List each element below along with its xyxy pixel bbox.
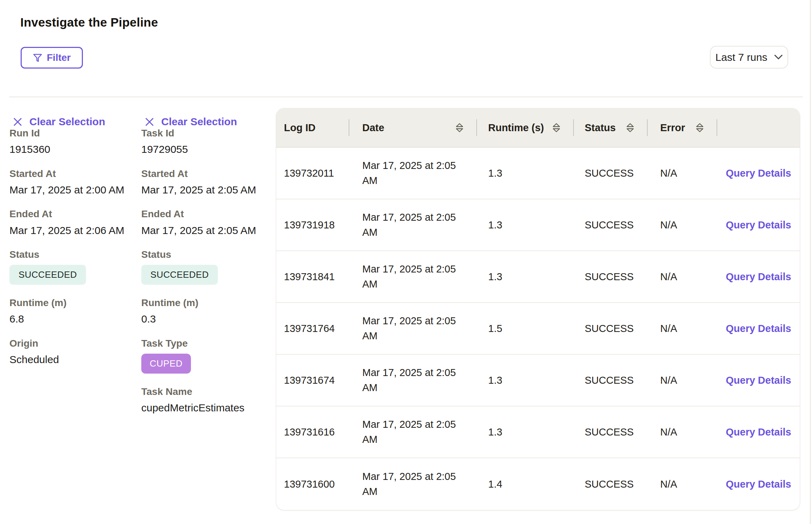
header-divider	[9, 97, 803, 97]
table-row: 139731616 Mar 17, 2025 at 2:05 AM 1.3 SU…	[276, 406, 800, 458]
runtime-cell: 1.3	[477, 251, 574, 302]
task-name-field: Task Name cupedMetricEstimates	[141, 386, 274, 414]
task-detail-panel: Clear Selection Task Id 19729055 Started…	[141, 116, 274, 427]
field-label: Status	[141, 249, 274, 260]
column-header-runtime[interactable]: Runtime (s)	[477, 108, 574, 147]
field-label: Started At	[9, 168, 135, 179]
query-details-link[interactable]: Query Details	[726, 271, 791, 283]
date-text: Mar 17, 2025 at 2:05 AM	[362, 469, 461, 500]
status-cell: SUCCESS	[574, 458, 648, 510]
sort-icon	[552, 123, 561, 133]
run-runtime-field: Runtime (m) 6.8	[9, 297, 135, 325]
task-runtime-field: Runtime (m) 0.3	[141, 297, 274, 325]
log-id-cell: 139731841	[276, 251, 349, 302]
field-value: Scheduled	[9, 354, 135, 366]
date-cell: Mar 17, 2025 at 2:05 AM	[349, 355, 477, 406]
log-id-cell: 139731674	[276, 355, 349, 406]
field-label: Started At	[141, 168, 274, 179]
close-icon	[145, 117, 154, 127]
field-value: Mar 17, 2025 at 2:05 AM	[141, 225, 274, 237]
error-cell: N/A	[648, 303, 717, 354]
field-value: Mar 17, 2025 at 2:05 AM	[141, 184, 274, 196]
task-type-field: Task Type CUPED	[141, 338, 274, 374]
field-label: Origin	[9, 338, 135, 349]
status-cell: SUCCESS	[574, 251, 648, 302]
runtime-cell: 1.5	[477, 303, 574, 354]
filter-button[interactable]: Filter	[21, 47, 83, 69]
field-value: 19729055	[141, 143, 274, 156]
field-value: Mar 17, 2025 at 2:00 AM	[9, 184, 135, 196]
column-label: Log ID	[284, 122, 315, 134]
date-cell: Mar 17, 2025 at 2:05 AM	[349, 303, 477, 354]
field-value: 0.3	[141, 313, 274, 325]
field-label: Ended At	[141, 208, 274, 220]
query-details-link[interactable]: Query Details	[726, 323, 791, 334]
clear-run-selection-button[interactable]: Clear Selection	[9, 116, 135, 128]
scrollbar-track-edge	[810, 0, 811, 524]
field-label: Runtime (m)	[141, 297, 274, 309]
table-row: 139731600 Mar 17, 2025 at 2:05 AM 1.4 SU…	[276, 458, 800, 510]
close-icon	[13, 117, 22, 127]
error-cell: N/A	[648, 251, 717, 302]
run-status-field: Status SUCCEEDED	[9, 249, 135, 285]
log-id-cell: 139732011	[276, 148, 349, 199]
query-details-link[interactable]: Query Details	[726, 479, 791, 490]
query-details-link[interactable]: Query Details	[726, 375, 791, 386]
log-id-cell: 139731600	[276, 458, 349, 510]
field-label: Status	[9, 249, 135, 260]
field-label: Run Id	[9, 128, 135, 139]
date-text: Mar 17, 2025 at 2:05 AM	[362, 417, 461, 447]
run-started-at-field: Started At Mar 17, 2025 at 2:00 AM	[9, 168, 135, 196]
sort-icon	[696, 123, 704, 133]
column-header-actions	[717, 108, 800, 147]
query-details-link[interactable]: Query Details	[726, 219, 791, 231]
clear-selection-label: Clear Selection	[29, 116, 105, 128]
runtime-cell: 1.3	[477, 406, 574, 458]
filter-button-label: Filter	[47, 52, 71, 63]
column-label: Runtime (s)	[488, 122, 544, 134]
status-cell: SUCCESS	[574, 303, 648, 354]
field-label: Task Name	[141, 386, 274, 397]
column-header-error[interactable]: Error	[648, 108, 717, 147]
field-label: Task Type	[141, 338, 274, 349]
error-cell: N/A	[648, 355, 717, 406]
logs-table-header: Log ID Date Runtime (s) Status	[276, 108, 800, 148]
log-id-cell: 139731918	[276, 199, 349, 250]
task-ended-at-field: Ended At Mar 17, 2025 at 2:05 AM	[141, 208, 274, 236]
clear-selection-label: Clear Selection	[161, 116, 237, 128]
log-id-cell: 139731616	[276, 406, 349, 458]
page-title: Investigate the Pipeline	[20, 15, 158, 29]
date-text: Mar 17, 2025 at 2:05 AM	[362, 210, 461, 240]
date-text: Mar 17, 2025 at 2:05 AM	[362, 313, 461, 344]
query-details-link[interactable]: Query Details	[726, 426, 791, 438]
column-header-date[interactable]: Date	[349, 108, 477, 147]
status-cell: SUCCESS	[574, 148, 648, 199]
run-id-field: Run Id 1915360	[9, 128, 135, 156]
table-row: 139731764 Mar 17, 2025 at 2:05 AM 1.5 SU…	[276, 303, 800, 355]
column-label: Error	[660, 122, 685, 134]
field-label: Ended At	[9, 208, 135, 220]
error-cell: N/A	[648, 148, 717, 199]
funnel-icon	[33, 53, 42, 63]
table-row: 139732011 Mar 17, 2025 at 2:05 AM 1.3 SU…	[276, 148, 800, 199]
column-header-status[interactable]: Status	[574, 108, 648, 147]
runs-range-select[interactable]: Last 7 runs	[710, 46, 788, 69]
date-text: Mar 17, 2025 at 2:05 AM	[362, 262, 461, 292]
run-origin-field: Origin Scheduled	[9, 338, 135, 366]
sort-icon	[626, 123, 634, 133]
sort-icon	[455, 123, 464, 133]
runtime-cell: 1.4	[477, 458, 574, 510]
table-row: 139731918 Mar 17, 2025 at 2:05 AM 1.3 SU…	[276, 199, 800, 251]
runtime-cell: 1.3	[477, 199, 574, 250]
field-value: cupedMetricEstimates	[141, 402, 274, 414]
task-started-at-field: Started At Mar 17, 2025 at 2:05 AM	[141, 168, 274, 196]
column-label: Date	[362, 122, 384, 134]
error-cell: N/A	[648, 458, 717, 510]
status-badge: SUCCEEDED	[141, 265, 218, 285]
clear-task-selection-button[interactable]: Clear Selection	[141, 116, 274, 128]
task-status-field: Status SUCCEEDED	[141, 249, 274, 285]
run-detail-panel: Clear Selection Run Id 1915360 Started A…	[9, 116, 135, 378]
field-label: Task Id	[141, 128, 274, 139]
query-details-link[interactable]: Query Details	[726, 168, 791, 179]
date-text: Mar 17, 2025 at 2:05 AM	[362, 158, 461, 189]
